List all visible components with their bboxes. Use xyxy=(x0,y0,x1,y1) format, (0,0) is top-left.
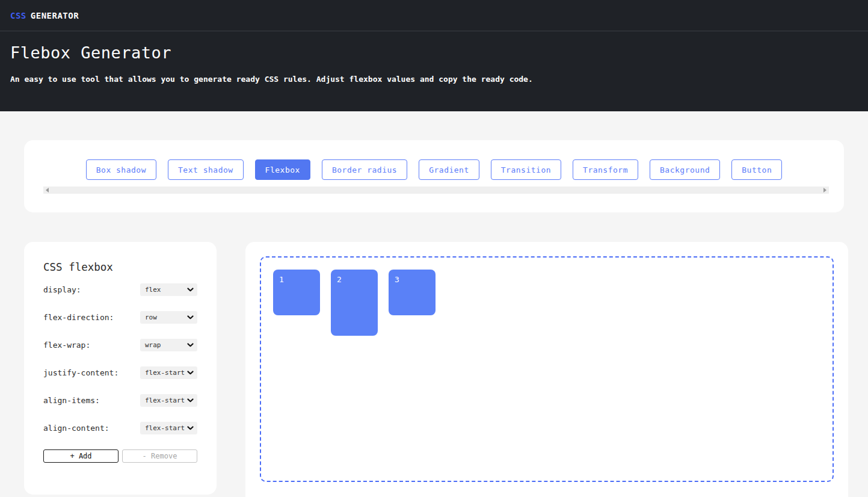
tabs-row: Box shadowText shadowFlexboxBorder radiu… xyxy=(24,140,844,180)
flex-direction-select[interactable]: row xyxy=(140,311,197,324)
control-row-flex-direction: flex-direction:row xyxy=(43,311,197,324)
align-content-select-value: flex-start xyxy=(145,424,185,432)
add-item-button[interactable]: + Add xyxy=(43,449,119,463)
flex-wrap-select-value: wrap xyxy=(145,341,161,349)
chevron-down-icon xyxy=(187,426,194,430)
display-select-value: flex xyxy=(145,286,161,294)
logo-generator-text: GENERATOR xyxy=(31,11,79,20)
remove-item-button[interactable]: - Remove xyxy=(122,449,197,463)
flex-container-preview: 123 xyxy=(260,256,834,482)
tab-text-shadow[interactable]: Text shadow xyxy=(168,159,244,180)
tab-background[interactable]: Background xyxy=(650,159,720,180)
tab-transform[interactable]: Transform xyxy=(573,159,638,180)
tab-border-radius[interactable]: Border radius xyxy=(322,159,407,180)
chevron-down-icon xyxy=(187,315,194,320)
logo-css-text: CSS xyxy=(10,11,26,20)
controls-list: display:flexflex-direction:rowflex-wrap:… xyxy=(43,283,197,434)
item-actions-row: + Add - Remove xyxy=(43,449,197,463)
control-row-align-content: align-content:flex-start xyxy=(43,422,197,434)
justify-content-label: justify-content: xyxy=(43,368,119,377)
flex-direction-label: flex-direction: xyxy=(43,313,114,322)
tab-box-shadow[interactable]: Box shadow xyxy=(86,159,156,180)
justify-content-select[interactable]: flex-start xyxy=(140,366,197,379)
page-title: Flebox Generator xyxy=(10,31,858,62)
tabs-horizontal-scrollbar[interactable] xyxy=(43,187,829,194)
flex-item-1[interactable]: 1 xyxy=(273,270,320,315)
scroll-right-arrow-icon[interactable] xyxy=(823,188,826,193)
main-content: CSS flexbox display:flexflex-direction:r… xyxy=(24,242,848,497)
flex-wrap-label: flex-wrap: xyxy=(43,341,90,350)
control-row-display: display:flex xyxy=(43,283,197,296)
chevron-down-icon xyxy=(187,371,194,375)
display-select[interactable]: flex xyxy=(140,283,197,296)
flex-item-2[interactable]: 2 xyxy=(331,270,378,336)
panel-heading: CSS flexbox xyxy=(43,261,197,273)
align-items-select-value: flex-start xyxy=(145,397,185,404)
chevron-down-icon xyxy=(187,288,194,292)
align-items-label: align-items: xyxy=(43,396,100,405)
top-navbar: CSSGENERATOR xyxy=(0,0,868,31)
align-items-select[interactable]: flex-start xyxy=(140,394,197,407)
chevron-down-icon xyxy=(187,343,194,347)
hero-header: Flebox Generator An easy to use tool tha… xyxy=(0,31,868,111)
generator-tabs-card: Box shadowText shadowFlexboxBorder radiu… xyxy=(24,140,844,212)
align-content-select[interactable]: flex-start xyxy=(140,422,197,434)
align-content-label: align-content: xyxy=(43,424,109,433)
flexbox-settings-panel: CSS flexbox display:flexflex-direction:r… xyxy=(24,242,217,495)
flex-direction-select-value: row xyxy=(145,313,157,321)
control-row-align-items: align-items:flex-start xyxy=(43,394,197,407)
page-subtitle: An easy to use tool that allows you to g… xyxy=(10,75,858,84)
control-row-justify-content: justify-content:flex-start xyxy=(43,366,197,379)
flex-item-3[interactable]: 3 xyxy=(389,270,436,315)
tab-gradient[interactable]: Gradient xyxy=(419,159,479,180)
chevron-down-icon xyxy=(187,398,194,403)
preview-panel: 123 xyxy=(245,242,848,497)
scroll-left-arrow-icon[interactable] xyxy=(46,188,49,193)
tab-transition[interactable]: Transition xyxy=(491,159,561,180)
flex-wrap-select[interactable]: wrap xyxy=(140,339,197,351)
tab-button[interactable]: Button xyxy=(731,159,782,180)
tab-flexbox[interactable]: Flexbox xyxy=(255,159,310,180)
justify-content-select-value: flex-start xyxy=(145,369,185,377)
app-logo[interactable]: CSSGENERATOR xyxy=(10,11,79,20)
display-label: display: xyxy=(43,285,81,294)
control-row-flex-wrap: flex-wrap:wrap xyxy=(43,339,197,351)
